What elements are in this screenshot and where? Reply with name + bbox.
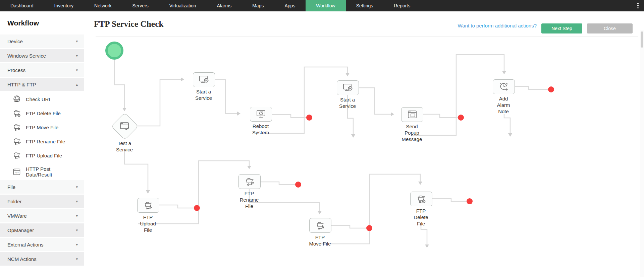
sidebar-item-check-url[interactable]: www. Check URL [0, 93, 84, 105]
content-header: FTP Service Check Want to perform additi… [84, 11, 644, 36]
sidebar-item-ncm-actions[interactable]: NCM Actions ▾ [0, 252, 84, 266]
endpoint-dot[interactable] [467, 198, 473, 204]
nav-item-settings[interactable]: Settings [346, 0, 384, 11]
endpoint-dot[interactable] [295, 182, 301, 188]
alarm-clock-plus-icon [498, 82, 509, 92]
chevron-down-icon: ▾ [76, 243, 78, 247]
next-step-button[interactable]: Next Step [541, 23, 582, 33]
workflow-canvas[interactable]: Test a Service Start a Service Reboot Sy… [0, 0, 644, 277]
nav-item-network[interactable]: Network [84, 0, 122, 11]
node-reboot-system[interactable] [250, 107, 272, 122]
kebab-menu-icon[interactable] [635, 0, 641, 11]
additional-actions-link[interactable]: Want to perform additional actions? [458, 23, 537, 28]
node-label-reboot-system: Reboot System [240, 123, 281, 136]
chevron-down-icon: ▾ [76, 39, 78, 44]
chevron-down-icon: ▾ [76, 68, 78, 72]
window-check-icon [119, 121, 130, 131]
chevron-up-icon: ▴ [76, 82, 78, 87]
ftp-upload-icon [143, 200, 153, 210]
node-ftp-delete-file[interactable] [410, 192, 432, 206]
nav-item-workflow[interactable]: Workflow [306, 0, 345, 11]
vertical-scrollbar-thumb[interactable] [641, 31, 643, 48]
node-start-a-service-1[interactable] [193, 72, 215, 87]
ftp-rename-icon [245, 177, 255, 187]
node-label-ftp-rename-file: FTP Rename File [229, 190, 269, 209]
monitor-reboot-icon [255, 109, 267, 119]
ftp-delete-icon [416, 194, 426, 204]
workflow-sidebar: Workflow Device ▾ Windows Service ▾ Proc… [0, 11, 84, 277]
chevron-down-icon: ▾ [76, 257, 78, 261]
chevron-down-icon: ▾ [76, 54, 78, 58]
nav-item-virtualization[interactable]: Virtualization [159, 0, 207, 11]
sidebar-item-opmanager[interactable]: OpManager ▾ [0, 223, 84, 237]
page-title: FTP Service Check [94, 19, 164, 29]
nav-item-alarms[interactable]: Alarms [207, 0, 242, 11]
monitor-play-icon [198, 75, 210, 85]
sidebar-title: Workflow [7, 19, 39, 27]
nav-item-servers[interactable]: Servers [122, 0, 159, 11]
chevron-down-icon: ▾ [76, 185, 78, 189]
node-test-a-service[interactable] [111, 113, 139, 140]
node-ftp-upload-file[interactable] [137, 198, 159, 213]
nav-item-reports[interactable]: Reports [383, 0, 421, 11]
chevron-down-icon: ▾ [76, 199, 78, 204]
node-ftp-move-file[interactable] [309, 218, 331, 233]
sidebar-item-http-post[interactable]: http:// HTTP Post Data/Result [0, 164, 84, 180]
node-label-ftp-move-file: FTP Move File [300, 234, 340, 247]
sidebar-item-process[interactable]: Process ▾ [0, 63, 84, 77]
chevron-down-icon: ▾ [76, 228, 78, 232]
vertical-scrollbar-track[interactable] [640, 30, 644, 277]
sidebar-item-ftp-delete-file[interactable]: FTP Delete File [0, 108, 84, 119]
sidebar-item-ftp-move-file[interactable]: FTP Move File [0, 122, 84, 133]
node-start-a-service-2[interactable] [337, 80, 359, 95]
sidebar-item-file[interactable]: File ▾ [0, 180, 84, 194]
chevron-down-icon: ▾ [76, 214, 78, 218]
sidebar-item-external-actions[interactable]: External Actions ▾ [0, 238, 84, 251]
node-label-test-a-service: Test a Service [104, 140, 145, 153]
opmanager-app: Dashboard Inventory Network Servers Virt… [0, 0, 644, 277]
node-label-ftp-upload-file: FTP Upload File [128, 214, 168, 233]
nav-item-apps[interactable]: Apps [274, 0, 306, 11]
endpoint-dot[interactable] [458, 115, 464, 121]
ftp-rename-icon [12, 137, 21, 146]
node-label-send-popup-message: Send Popup Message [392, 123, 432, 142]
endpoint-dot[interactable] [548, 86, 554, 92]
popup-window-icon [407, 110, 418, 119]
node-send-popup-message[interactable] [401, 107, 423, 122]
node-ftp-rename-file[interactable] [238, 174, 261, 189]
start-node[interactable] [105, 42, 123, 60]
sidebar-item-ftp-rename-file[interactable]: FTP Rename File [0, 136, 84, 147]
ftp-delete-icon [12, 109, 21, 118]
node-label-start-a-service-1: Start a Service [183, 88, 224, 101]
close-button[interactable]: Close [587, 23, 633, 33]
http-post-icon: http:// [12, 167, 21, 176]
endpoint-dot[interactable] [306, 115, 312, 121]
nav-item-dashboard[interactable]: Dashboard [0, 0, 44, 11]
top-navigation: Dashboard Inventory Network Servers Virt… [0, 0, 644, 11]
endpoint-dot[interactable] [366, 225, 372, 231]
sidebar-item-device[interactable]: Device ▾ [0, 34, 84, 48]
endpoint-dot[interactable] [194, 205, 200, 211]
svg-text:www.: www. [15, 99, 19, 101]
sidebar-item-ftp-upload-file[interactable]: FTP Upload File [0, 150, 84, 161]
nav-item-inventory[interactable]: Inventory [44, 0, 84, 11]
ftp-move-icon [315, 220, 325, 230]
sidebar-item-vmware[interactable]: VMWare ▾ [0, 209, 84, 222]
sidebar-item-http-ftp[interactable]: HTTP & FTP ▴ [0, 78, 84, 91]
node-label-add-alarm-note: Add Alarm Note [483, 95, 524, 115]
canvas-divider [96, 36, 638, 37]
node-label-start-a-service-2: Start a Service [327, 96, 368, 109]
node-add-alarm-note[interactable] [493, 79, 515, 94]
ftp-upload-icon [12, 151, 21, 160]
sidebar-item-folder[interactable]: Folder ▾ [0, 195, 84, 208]
sidebar-item-windows-service[interactable]: Windows Service ▾ [0, 49, 84, 62]
nav-item-maps[interactable]: Maps [242, 0, 274, 11]
node-label-ftp-delete-file: FTP Delete File [401, 208, 441, 227]
monitor-play-icon [342, 83, 354, 93]
svg-text:http://: http:// [15, 172, 19, 174]
globe-www-icon: www. [12, 95, 21, 103]
ftp-move-icon [12, 123, 21, 132]
